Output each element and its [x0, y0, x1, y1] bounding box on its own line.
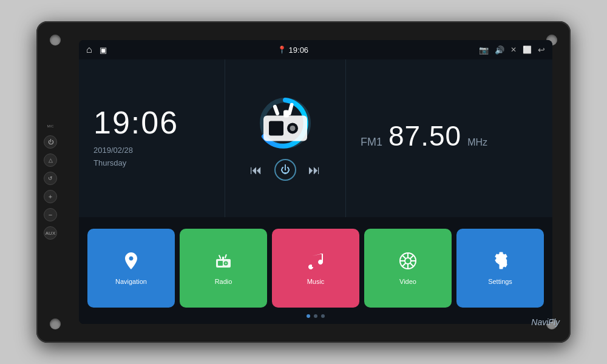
svg-rect-13: [219, 255, 222, 259]
svg-point-4: [290, 126, 296, 131]
android-back-icon[interactable]: ↩: [538, 45, 545, 55]
video-label: Video: [399, 278, 416, 285]
back-button[interactable]: ↺: [44, 172, 57, 185]
vol-up-button[interactable]: +: [44, 190, 57, 203]
prev-button[interactable]: ⏮: [250, 163, 262, 177]
svg-line-22: [410, 263, 414, 267]
device: MIC ⏻ △ ↺ + − AUX ⌂ ▣ 📍 19:06 📷 🔊: [36, 21, 571, 343]
dot-2: [314, 314, 317, 318]
radio-label: Radio: [215, 278, 232, 285]
close-icon[interactable]: ✕: [510, 46, 517, 54]
svg-line-24: [402, 263, 406, 267]
app-navigation[interactable]: Navigation: [87, 229, 175, 308]
home-icon[interactable]: ⌂: [86, 44, 92, 55]
svg-rect-6: [273, 104, 280, 116]
fm-panel: FM1 87.50 MHz: [346, 59, 552, 217]
app-grid-container: Navigation: [79, 217, 552, 324]
window-icon[interactable]: ⬜: [523, 46, 532, 54]
aux-button[interactable]: AUX: [44, 226, 57, 240]
next-button[interactable]: ⏭: [308, 163, 320, 177]
settings-icon: [490, 251, 510, 273]
radio-controls: ⏮ ⏻ ⏭: [250, 159, 320, 181]
storage-icon: ▣: [100, 46, 107, 55]
app-radio[interactable]: Radio: [180, 229, 267, 308]
dot-1: [307, 314, 310, 318]
app-grid: Navigation: [87, 222, 544, 314]
mic-label: MIC: [47, 124, 54, 128]
settings-label: Settings: [488, 278, 512, 285]
radio-panel: ⏮ ⏻ ⏭: [225, 59, 346, 217]
radio-icon: [258, 94, 313, 153]
svg-rect-7: [287, 103, 294, 116]
vol-down-button[interactable]: −: [44, 208, 57, 221]
info-panel: 19:06 2019/02/28 Thursday: [79, 59, 225, 217]
radio-power-button[interactable]: ⏻: [274, 159, 296, 181]
left-controls: MIC ⏻ △ ↺ + − AUX: [44, 124, 57, 240]
mount-hole-tl: [50, 35, 61, 46]
dot-3: [321, 314, 325, 318]
radio-circle: [258, 96, 313, 150]
status-time: 19:06: [289, 46, 309, 55]
mount-hole-bl: [50, 318, 61, 329]
svg-point-11: [225, 263, 227, 265]
navigation-icon: [121, 251, 141, 273]
volume-icon[interactable]: 🔊: [495, 46, 504, 55]
home-button[interactable]: △: [44, 153, 57, 167]
fm-frequency: 87.50: [388, 120, 461, 152]
fm-info: FM1 87.50 MHz: [361, 120, 538, 152]
top-section: 19:06 2019/02/28 Thursday: [79, 59, 552, 217]
svg-line-21: [402, 255, 406, 259]
time-display: 19:06: [93, 107, 210, 138]
svg-rect-9: [218, 261, 223, 266]
navigation-label: Navigation: [115, 278, 147, 285]
fm-label: FM1: [361, 136, 382, 149]
svg-line-23: [410, 255, 414, 259]
fm-unit: MHz: [467, 137, 487, 148]
screen: ⌂ ▣ 📍 19:06 📷 🔊 ✕ ⬜ ↩: [79, 40, 552, 324]
app-music[interactable]: Music: [272, 229, 359, 308]
location-icon: 📍: [277, 46, 287, 54]
camera-icon[interactable]: 📷: [479, 46, 489, 55]
date-display: 2019/02/28 Thursday: [93, 144, 210, 170]
brand-label: NaviFly: [531, 317, 560, 327]
music-label: Music: [307, 278, 325, 285]
music-icon: [306, 251, 325, 273]
svg-rect-12: [222, 257, 224, 260]
radio-app-icon: [214, 251, 233, 273]
svg-rect-2: [269, 121, 283, 136]
video-icon: [398, 251, 418, 273]
status-bar: ⌂ ▣ 📍 19:06 📷 🔊 ✕ ⬜ ↩: [79, 40, 552, 59]
svg-rect-14: [225, 254, 227, 258]
power-button[interactable]: ⏻: [44, 135, 57, 149]
pagination: [87, 314, 544, 322]
app-settings[interactable]: Settings: [456, 229, 544, 308]
app-video[interactable]: Video: [364, 229, 452, 308]
